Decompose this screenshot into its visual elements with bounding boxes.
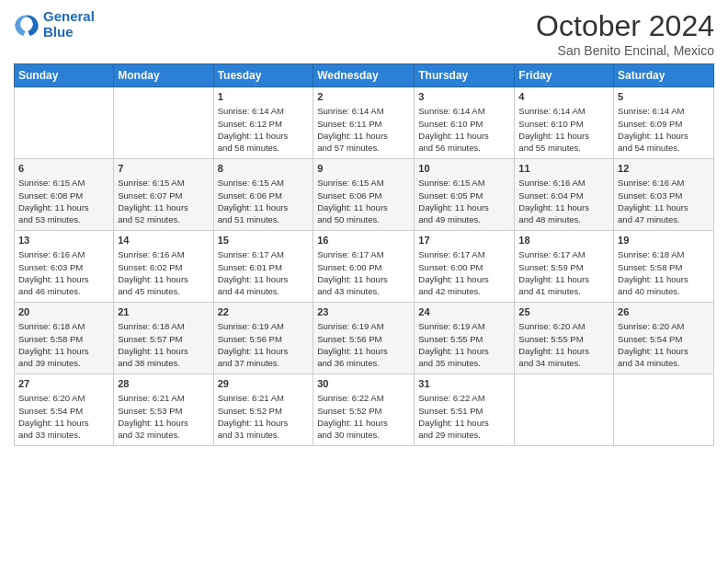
location: San Benito Encinal, Mexico xyxy=(536,43,714,58)
header-friday: Friday xyxy=(515,64,614,87)
calendar-cell: 6Sunrise: 6:15 AMSunset: 6:08 PMDaylight… xyxy=(15,159,114,231)
day-number: 14 xyxy=(118,234,209,247)
day-number: 17 xyxy=(418,234,510,247)
month-title: October 2024 xyxy=(536,9,714,43)
calendar-cell: 25Sunrise: 6:20 AMSunset: 5:55 PMDayligh… xyxy=(515,303,614,374)
calendar-cell: 17Sunrise: 6:17 AMSunset: 6:00 PMDayligh… xyxy=(415,231,515,303)
calendar-cell: 9Sunrise: 6:15 AMSunset: 6:06 PMDaylight… xyxy=(313,159,415,231)
day-number: 28 xyxy=(118,377,209,391)
day-number: 1 xyxy=(218,90,310,104)
header-saturday: Saturday xyxy=(614,64,714,87)
calendar-cell: 1Sunrise: 6:14 AMSunset: 6:12 PMDaylight… xyxy=(213,87,313,159)
header-monday: Monday xyxy=(114,64,213,87)
calendar-cell: 13Sunrise: 6:16 AMSunset: 6:03 PMDayligh… xyxy=(15,231,114,303)
day-number: 6 xyxy=(18,162,109,176)
calendar-cell: 14Sunrise: 6:16 AMSunset: 6:02 PMDayligh… xyxy=(114,231,213,303)
day-number: 11 xyxy=(518,162,609,176)
calendar-cell: 3Sunrise: 6:14 AMSunset: 6:10 PMDaylight… xyxy=(415,87,515,159)
calendar-cell: 30Sunrise: 6:22 AMSunset: 5:52 PMDayligh… xyxy=(313,374,415,446)
calendar-cell: 20Sunrise: 6:18 AMSunset: 5:58 PMDayligh… xyxy=(15,303,114,374)
header: General Blue October 2024 San Benito Enc… xyxy=(14,9,714,58)
calendar-cell: 19Sunrise: 6:18 AMSunset: 5:58 PMDayligh… xyxy=(614,231,714,303)
calendar-cell: 10Sunrise: 6:15 AMSunset: 6:05 PMDayligh… xyxy=(415,159,515,231)
calendar-cell: 28Sunrise: 6:21 AMSunset: 5:53 PMDayligh… xyxy=(114,374,213,446)
calendar-cell: 26Sunrise: 6:20 AMSunset: 5:54 PMDayligh… xyxy=(614,303,714,374)
day-number: 15 xyxy=(218,234,310,247)
logo-text: General Blue xyxy=(43,9,95,40)
day-number: 8 xyxy=(218,162,310,176)
calendar-cell: 21Sunrise: 6:18 AMSunset: 5:57 PMDayligh… xyxy=(114,303,213,374)
calendar-cell: 4Sunrise: 6:14 AMSunset: 6:10 PMDaylight… xyxy=(515,87,614,159)
header-wednesday: Wednesday xyxy=(313,64,415,87)
day-number: 3 xyxy=(418,90,510,104)
calendar-cell: 7Sunrise: 6:15 AMSunset: 6:07 PMDaylight… xyxy=(114,159,213,231)
day-number: 7 xyxy=(118,162,209,176)
day-number: 2 xyxy=(317,90,410,104)
day-number: 16 xyxy=(317,234,410,247)
calendar-cell xyxy=(614,374,714,446)
week-row-1: 6Sunrise: 6:15 AMSunset: 6:08 PMDaylight… xyxy=(15,159,714,231)
day-number: 22 xyxy=(218,305,310,319)
day-number: 12 xyxy=(618,162,710,176)
weekday-header-row: Sunday Monday Tuesday Wednesday Thursday… xyxy=(15,64,714,87)
day-number: 26 xyxy=(618,305,710,319)
day-number: 21 xyxy=(118,305,209,319)
day-number: 25 xyxy=(518,305,609,319)
calendar-cell: 29Sunrise: 6:21 AMSunset: 5:52 PMDayligh… xyxy=(213,374,313,446)
day-number: 23 xyxy=(317,305,410,319)
day-number: 4 xyxy=(518,90,609,104)
logo: General Blue xyxy=(14,9,95,40)
day-number: 9 xyxy=(317,162,410,176)
calendar-cell: 24Sunrise: 6:19 AMSunset: 5:55 PMDayligh… xyxy=(415,303,515,374)
day-number: 20 xyxy=(18,305,109,319)
calendar-cell: 18Sunrise: 6:17 AMSunset: 5:59 PMDayligh… xyxy=(515,231,614,303)
week-row-3: 20Sunrise: 6:18 AMSunset: 5:58 PMDayligh… xyxy=(15,303,714,374)
calendar-table: Sunday Monday Tuesday Wednesday Thursday… xyxy=(14,63,714,446)
day-number: 29 xyxy=(218,377,310,391)
day-number: 30 xyxy=(317,377,410,391)
calendar-cell: 11Sunrise: 6:16 AMSunset: 6:04 PMDayligh… xyxy=(515,159,614,231)
calendar-cell: 27Sunrise: 6:20 AMSunset: 5:54 PMDayligh… xyxy=(15,374,114,446)
day-number: 27 xyxy=(18,377,109,391)
calendar-cell: 5Sunrise: 6:14 AMSunset: 6:09 PMDaylight… xyxy=(614,87,714,159)
day-number: 24 xyxy=(418,305,510,319)
week-row-0: 1Sunrise: 6:14 AMSunset: 6:12 PMDaylight… xyxy=(15,87,714,159)
day-number: 5 xyxy=(618,90,710,104)
week-row-2: 13Sunrise: 6:16 AMSunset: 6:03 PMDayligh… xyxy=(15,231,714,303)
header-tuesday: Tuesday xyxy=(213,64,313,87)
page-container: General Blue October 2024 San Benito Enc… xyxy=(0,0,728,451)
day-number: 19 xyxy=(618,234,710,247)
calendar-cell: 12Sunrise: 6:16 AMSunset: 6:03 PMDayligh… xyxy=(614,159,714,231)
header-sunday: Sunday xyxy=(15,64,114,87)
calendar-cell xyxy=(114,87,213,159)
calendar-cell xyxy=(515,374,614,446)
title-block: October 2024 San Benito Encinal, Mexico xyxy=(536,9,714,58)
calendar-cell: 23Sunrise: 6:19 AMSunset: 5:56 PMDayligh… xyxy=(313,303,415,374)
calendar-cell: 22Sunrise: 6:19 AMSunset: 5:56 PMDayligh… xyxy=(213,303,313,374)
calendar-cell: 2Sunrise: 6:14 AMSunset: 6:11 PMDaylight… xyxy=(313,87,415,159)
day-number: 18 xyxy=(518,234,609,247)
header-thursday: Thursday xyxy=(415,64,515,87)
day-number: 10 xyxy=(418,162,510,176)
calendar-cell: 8Sunrise: 6:15 AMSunset: 6:06 PMDaylight… xyxy=(213,159,313,231)
calendar-cell xyxy=(15,87,114,159)
day-number: 31 xyxy=(418,377,510,391)
calendar-cell: 16Sunrise: 6:17 AMSunset: 6:00 PMDayligh… xyxy=(313,231,415,303)
week-row-4: 27Sunrise: 6:20 AMSunset: 5:54 PMDayligh… xyxy=(15,374,714,446)
logo-icon xyxy=(14,12,40,38)
calendar-cell: 31Sunrise: 6:22 AMSunset: 5:51 PMDayligh… xyxy=(415,374,515,446)
day-number: 13 xyxy=(18,234,109,247)
calendar-cell: 15Sunrise: 6:17 AMSunset: 6:01 PMDayligh… xyxy=(213,231,313,303)
